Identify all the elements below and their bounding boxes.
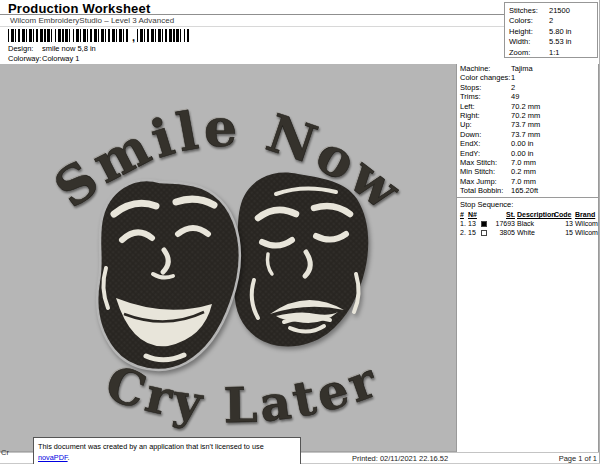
seq-row-code: 15 (554, 228, 575, 237)
machine-row: EndY:0.00 in (457, 149, 598, 158)
machine-value: 0.00 in (511, 139, 534, 148)
seq-row-description: Black (517, 219, 554, 228)
embroidery-design-canvas: Smile Now Cry Later (0, 64, 456, 452)
machine-row: Stops:2 (457, 83, 598, 92)
seq-row-brand: Wilcom (575, 219, 600, 228)
machine-row: Right:70.2 mm (457, 111, 598, 120)
barcode-bars-icon (8, 29, 130, 42)
seq-row-st: 17693 (491, 219, 517, 228)
machine-value: 73.7 mm (511, 120, 540, 129)
embroidery-preview-area: Smile Now Cry Later (0, 64, 456, 452)
stat-value: 1:1 (549, 48, 559, 57)
title-divider (0, 14, 504, 15)
machine-label: Stops: (460, 83, 481, 92)
thread-swatch-black (481, 221, 487, 227)
novapdf-notice-box: This document was created by an applicat… (33, 437, 301, 464)
machine-value: 7.0 mm (511, 158, 536, 167)
machine-value: 49 (511, 92, 519, 101)
stop-sequence-title: Stop Sequence: (457, 198, 598, 210)
stat-label: Zoom: (509, 48, 530, 57)
machine-value: 0.00 in (511, 149, 534, 158)
machine-label: Trims: (460, 92, 481, 101)
subtitle-divider (0, 26, 504, 27)
machine-row: Total Bobbin:165.20ft (457, 186, 598, 195)
machine-row: Down:73.7 mm (457, 130, 598, 139)
machine-label: Down: (460, 130, 481, 139)
printed-timestamp: Printed: 02/11/2021 22.16.52 (352, 454, 448, 463)
machine-row: Machine:Tajima (457, 64, 598, 73)
stat-width: Width: 5.53 in (509, 37, 597, 47)
seq-row-code: 13 (554, 219, 575, 228)
thread-swatch-white (481, 230, 487, 236)
machine-value: 70.2 mm (511, 102, 540, 111)
comedy-mask-graphic (97, 180, 239, 370)
stat-label: Stitches: (509, 6, 538, 15)
machine-value: 70.2 mm (511, 111, 540, 120)
stat-value: 5.53 in (549, 37, 572, 46)
machine-label: Machine: (460, 64, 490, 73)
machine-value: 7.0 mm (511, 177, 536, 186)
machine-label: Left: (460, 102, 475, 111)
machine-value: 2 (511, 83, 515, 92)
machine-row: Trims:49 (457, 92, 598, 101)
cropped-created-text: Cr (1, 448, 9, 457)
machine-label: Right: (460, 111, 480, 120)
stat-label: Height: (509, 27, 533, 36)
stat-colors: Colors: 2 (509, 16, 597, 26)
col-num: # (460, 210, 468, 219)
seq-row-num: 2. (460, 228, 468, 237)
stat-zoom: Zoom: 1:1 (509, 48, 597, 58)
stat-value: 2 (549, 16, 553, 25)
col-brand: Brand (575, 210, 600, 219)
machine-row: EndX:0.00 in (457, 139, 598, 148)
stat-height: Height: 5.80 in (509, 27, 597, 37)
design-barcode: , (8, 29, 189, 42)
stat-label: Width: (509, 37, 530, 46)
seq-row-brand: Wilcom (575, 228, 600, 237)
seq-row-description: White (517, 228, 554, 237)
top-lettering: Smile Now (43, 97, 415, 223)
app-subtitle: Wilcom EmbroideryStudio – Level 3 Advanc… (10, 16, 174, 25)
notice-text-1: This document was created by an applicat… (38, 442, 264, 451)
design-value: smile now 5,8 in (42, 44, 96, 53)
seq-row-num: 1. (460, 219, 468, 228)
notice-text-1-suffix: . (68, 453, 70, 462)
machine-label: EndY: (460, 149, 480, 158)
top-lettering-text: Smile Now (43, 97, 415, 223)
machine-info-panel: Machine:Tajima Color changes:1 Stops:2 T… (456, 64, 599, 452)
colorway-label: Colorway: (8, 54, 41, 63)
col-description: Description (517, 210, 554, 219)
design-label: Design: (8, 44, 33, 53)
machine-label: Color changes: (460, 73, 510, 82)
novapdf-link[interactable]: novaPDF (38, 453, 68, 462)
bottom-lettering-text: Cry Later (99, 351, 386, 434)
bottom-lettering: Cry Later (99, 351, 386, 434)
seq-row-n: 15 (468, 228, 480, 237)
machine-value: Tajima (511, 64, 533, 73)
barcode-bars-icon (137, 29, 189, 42)
barcode-comma: , (130, 33, 137, 42)
stat-value: 21500 (549, 6, 570, 15)
stop-sequence-table: # N# St. Description Code Brand 1. 13 17… (457, 210, 598, 237)
stat-value: 5.80 in (549, 27, 572, 36)
machine-value: 0.2 mm (511, 167, 536, 176)
machine-row: Min Stitch:0.2 mm (457, 167, 598, 176)
machine-row: Left:70.2 mm (457, 102, 598, 111)
colorway-value: Colorway 1 (42, 54, 80, 63)
stat-label: Colors: (509, 16, 533, 25)
machine-label: Total Bobbin: (460, 186, 503, 195)
machine-row: Max Jump:7.0 mm (457, 177, 598, 186)
col-n: N# (468, 210, 480, 219)
page-number: Page 1 of 1 (559, 454, 597, 463)
design-stats-box: Stitches: 21500 Colors: 2 Height: 5.80 i… (504, 2, 598, 58)
stat-stitches: Stitches: 21500 (509, 6, 597, 16)
machine-label: Up: (460, 120, 472, 129)
seq-row-st: 3805 (491, 228, 517, 237)
machine-label: Max Stitch: (460, 158, 497, 167)
machine-value: 1 (511, 73, 515, 82)
machine-value: 73.7 mm (511, 130, 540, 139)
machine-row: Max Stitch:7.0 mm (457, 158, 598, 167)
col-st: St. (491, 210, 517, 219)
machine-label: Max Jump: (460, 177, 497, 186)
col-code: Code (554, 210, 575, 219)
